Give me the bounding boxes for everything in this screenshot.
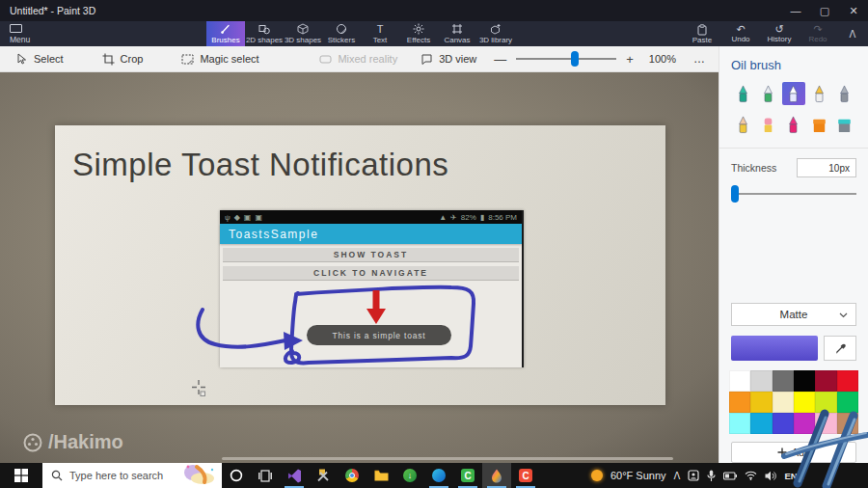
palette-color[interactable] [750,413,772,434]
thickness-input[interactable]: 10px [797,158,856,177]
brush-eraser[interactable] [756,113,779,136]
creator-watermark: /Hakimo [23,431,123,453]
brush-fill-bucket[interactable] [833,113,856,136]
palette-color[interactable] [837,392,858,413]
microphone-icon[interactable] [707,470,716,482]
app-tray-icon[interactable] [688,470,699,481]
palette-color[interactable] [794,370,815,392]
tab-canvas[interactable]: Canvas [438,21,476,46]
palette-color[interactable] [815,392,836,413]
taskbar-visual-studio[interactable] [280,463,309,488]
finish-dropdown[interactable]: Matte [731,303,856,326]
3d-view-button[interactable]: 3D view [409,46,488,71]
eyedropper-icon [834,342,847,355]
redo-button[interactable]: ↷ Redo [799,21,837,46]
phone-status-bar: ψ◆▣▣ ▲ ✈ 82% ▮ 8:56 PM [220,210,522,224]
brush-crayon[interactable] [782,113,805,136]
palette-color[interactable] [794,413,815,434]
canvas-workspace[interactable]: Simple Toast Notifications ψ◆▣▣ ▲ ✈ 82% … [0,72,719,463]
speaker-icon[interactable] [765,471,776,481]
palette-color[interactable] [794,392,815,413]
pencil-icon [734,116,752,134]
tab-stickers[interactable]: Stickers [322,21,361,46]
horizontal-scrollbar[interactable] [222,457,673,460]
close-button[interactable]: ✕ [839,0,868,21]
show-toast-button: SHOW TOAST [223,248,519,262]
taskbar-search[interactable]: Type here to search [42,463,222,488]
quick-actions: Paste ↶ Undo ↺ History ↷ Redo ᐱ [683,21,868,46]
taskbar-task-view[interactable] [251,463,280,488]
collapse-ribbon-button[interactable]: ᐱ [837,21,868,46]
zoom-slider[interactable] [516,51,616,67]
taskbar-file-explorer[interactable] [366,463,395,488]
current-color-swatch[interactable] [731,336,818,361]
palette-color[interactable] [729,370,750,392]
language-indicator[interactable]: ENG [784,471,804,481]
tab-3d-library[interactable]: 3D library [476,21,515,46]
chrome-icon [345,469,359,482]
canvas-image[interactable]: Simple Toast Notifications ψ◆▣▣ ▲ ✈ 82% … [55,125,665,405]
system-tray: 60°F Sunny ᐱ ENG [591,463,868,488]
thickness-slider[interactable] [731,185,856,203]
undo-button[interactable]: ↶ Undo [721,21,760,46]
taskbar-edge[interactable] [424,463,453,488]
mixed-reality-button[interactable]: Mixed reality [308,46,409,71]
battery-icon[interactable] [723,472,737,480]
zoom-slider-thumb[interactable] [571,51,579,67]
palette-color[interactable] [773,413,794,434]
thickness-slider-thumb[interactable] [731,185,739,203]
menu-button[interactable]: Menu [0,21,56,46]
tab-3d-shapes[interactable]: 3D shapes [284,21,322,46]
magic-select-icon [181,53,194,66]
paste-button[interactable]: Paste [683,21,721,46]
zoom-out-button[interactable]: — [494,52,506,67]
3d-library-icon [490,23,502,35]
brush-pixel-pen[interactable] [833,82,856,105]
phone-app-bar: ToastsSample [220,224,522,244]
brush-watercolor[interactable] [807,82,830,105]
palette-color[interactable] [729,392,750,413]
taskbar-red-app[interactable]: C [511,463,540,488]
brush-oil-brush[interactable] [782,82,805,105]
crop-tool[interactable]: Crop [91,46,155,71]
zoom-in-button[interactable]: + [626,52,634,67]
palette-color[interactable] [815,370,836,392]
select-tool[interactable]: Select [4,46,75,71]
magic-select-tool[interactable]: Magic select [170,46,270,71]
palette-color[interactable] [773,392,794,413]
eyedropper-button[interactable] [824,336,856,361]
tab-effects[interactable]: Effects [399,21,438,46]
maximize-button[interactable]: ▢ [810,0,839,21]
taskbar-paint3d[interactable] [482,463,511,488]
palette-color[interactable] [750,392,772,413]
brush-marker[interactable] [731,82,754,105]
palette-color[interactable] [729,413,750,434]
taskbar-chrome[interactable] [338,463,366,488]
palette-color[interactable] [837,413,858,434]
minimize-button[interactable]: — [781,0,810,21]
taskbar-build-tools[interactable] [309,463,338,488]
tab-text[interactable]: T Text [361,21,399,46]
visual-studio-icon [287,469,302,483]
palette-color[interactable] [815,413,836,434]
taskbar-camtasia[interactable]: C [453,463,482,488]
tab-brushes[interactable]: Brushes [206,21,245,46]
start-button[interactable] [0,463,42,488]
palette-color[interactable] [837,370,858,392]
history-button[interactable]: ↺ History [760,21,799,46]
tray-overflow-chevron[interactable]: ᐱ [674,471,681,481]
taskbar-cortana[interactable] [222,463,251,488]
mode-tabs: Brushes 2D shapes 3D shapes Stickers T T… [206,21,515,46]
palette-color[interactable] [750,370,772,392]
wifi-icon[interactable] [745,471,757,480]
more-options-button[interactable]: … [693,52,705,66]
brush-spray-can[interactable] [807,113,830,136]
taskbar-idm[interactable]: ↓ [395,463,424,488]
add-color-button[interactable]: Add [731,442,856,463]
weather-text[interactable]: 60°F Sunny [610,470,666,481]
palette-color[interactable] [773,370,794,392]
search-icon [51,470,63,481]
brush-calligraphy-pen[interactable] [756,82,779,105]
tab-2d-shapes[interactable]: 2D shapes [245,21,284,46]
brush-pencil[interactable] [731,113,754,136]
